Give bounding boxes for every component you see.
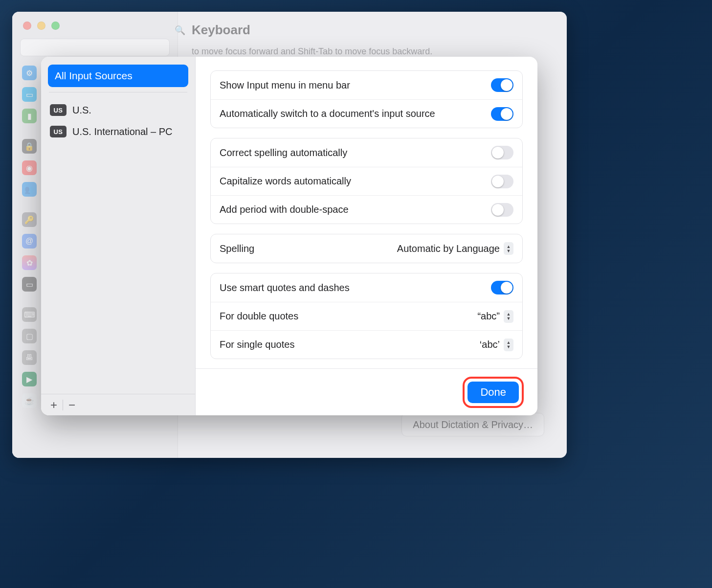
popup-button[interactable]: ‘abc’▲▼ — [480, 339, 513, 351]
settings-row: Show Input menu in menu bar — [211, 71, 522, 99]
setting-label: Correct spelling automatically — [220, 147, 347, 158]
toggle[interactable] — [491, 281, 513, 294]
settings-row: SpellingAutomatic by Language▲▼ — [211, 234, 522, 263]
settings-row: Automatically switch to a document's inp… — [211, 99, 522, 128]
settings-group: SpellingAutomatic by Language▲▼ — [210, 234, 523, 263]
battery-icon: ▮ — [22, 109, 37, 123]
chevron-up-down-icon: ▲▼ — [504, 242, 513, 255]
input-source-label: U.S. International – PC — [72, 126, 173, 137]
divider — [49, 92, 187, 92]
popup-value: “abc” — [477, 311, 500, 322]
gamecenter-icon: ✿ — [22, 255, 37, 270]
printer-icon: 🖶 — [22, 350, 37, 365]
toggle[interactable] — [491, 203, 513, 217]
setting-label: Capitalize words automatically — [220, 176, 351, 187]
search-icon: 🔍 — [175, 25, 185, 36]
keyboard-layout-icon: US — [50, 104, 67, 116]
remove-source-button[interactable]: − — [64, 397, 80, 413]
input-source-row[interactable]: USU.S. International – PC — [48, 121, 188, 142]
popup-button[interactable]: Automatic by Language▲▼ — [397, 242, 513, 255]
key-icon: 🔑 — [22, 212, 37, 227]
setting-label: Use smart quotes and dashes — [220, 282, 350, 294]
input-sources-settings: Show Input menu in menu barAutomatically… — [196, 57, 537, 415]
toggle[interactable] — [491, 107, 513, 121]
all-input-sources-header[interactable]: All Input Sources — [48, 65, 188, 87]
add-source-button[interactable]: + — [46, 397, 62, 413]
input-source-row[interactable]: USU.S. — [48, 99, 188, 121]
settings-row: For double quotes“abc”▲▼ — [211, 302, 522, 330]
settings-row: Use smart quotes and dashes — [211, 273, 522, 302]
setting-label: For double quotes — [220, 311, 298, 322]
popup-value: ‘abc’ — [480, 339, 500, 350]
toggle[interactable] — [491, 78, 513, 92]
keyboard-icon: ⌨ — [22, 307, 37, 322]
toggle[interactable] — [491, 175, 513, 188]
input-sources-sheet: All Input Sources USU.S.USU.S. Internati… — [41, 57, 537, 415]
setting-label: Add period with double-space — [220, 204, 349, 215]
flip4mac-icon: ▶ — [22, 372, 37, 386]
lock-icon: 🔒 — [22, 139, 37, 154]
settings-group: Correct spelling automaticallyCapitalize… — [210, 138, 523, 224]
settings-row: Add period with double-space — [211, 195, 522, 224]
java-icon: ☕ — [22, 393, 37, 408]
settings-group: Show Input menu in menu barAutomatically… — [210, 70, 523, 128]
setting-label: For single quotes — [220, 339, 294, 350]
at-icon: @ — [22, 234, 37, 249]
setting-label: Spelling — [220, 243, 254, 254]
zoom-window-button[interactable] — [51, 22, 60, 30]
traffic-lights — [12, 12, 178, 39]
popup-button[interactable]: “abc”▲▼ — [477, 310, 513, 323]
done-highlight: Done — [463, 377, 524, 408]
toggle[interactable] — [491, 146, 513, 159]
keyboard-hint-text: to move focus forward and Shift-Tab to m… — [192, 46, 553, 57]
gear-icon: ⚙ — [22, 66, 37, 80]
page-title: Keyboard — [192, 23, 553, 38]
done-button[interactable]: Done — [467, 382, 519, 403]
wallet-icon: ▭ — [22, 277, 37, 292]
settings-row: For single quotes‘abc’▲▼ — [211, 330, 522, 359]
popup-value: Automatic by Language — [397, 243, 500, 254]
trackpad-icon: ▢ — [22, 329, 37, 343]
settings-row: Correct spelling automatically — [211, 138, 522, 167]
sources-footer: + − — [41, 394, 195, 415]
chevron-up-down-icon: ▲▼ — [504, 310, 513, 323]
keyboard-layout-icon: US — [50, 126, 67, 137]
settings-group: Use smart quotes and dashesFor double qu… — [210, 273, 523, 359]
input-source-label: U.S. — [72, 105, 91, 116]
settings-row: Capitalize words automatically — [211, 167, 522, 195]
users-icon: 👥 — [22, 182, 37, 197]
about-dictation-button[interactable]: About Dictation & Privacy… — [401, 413, 544, 436]
setting-label: Automatically switch to a document's inp… — [220, 108, 435, 119]
minimize-window-button[interactable] — [37, 22, 45, 30]
search-input[interactable] — [20, 39, 170, 56]
touch-id-icon: ◉ — [22, 160, 37, 175]
sheet-footer: Done — [196, 368, 537, 415]
chevron-up-down-icon: ▲▼ — [504, 339, 513, 351]
divider — [63, 400, 63, 410]
close-window-button[interactable] — [23, 22, 31, 30]
setting-label: Show Input menu in menu bar — [220, 80, 350, 91]
display-icon: ▭ — [22, 87, 37, 102]
input-sources-sidebar: All Input Sources USU.S.USU.S. Internati… — [41, 57, 196, 415]
